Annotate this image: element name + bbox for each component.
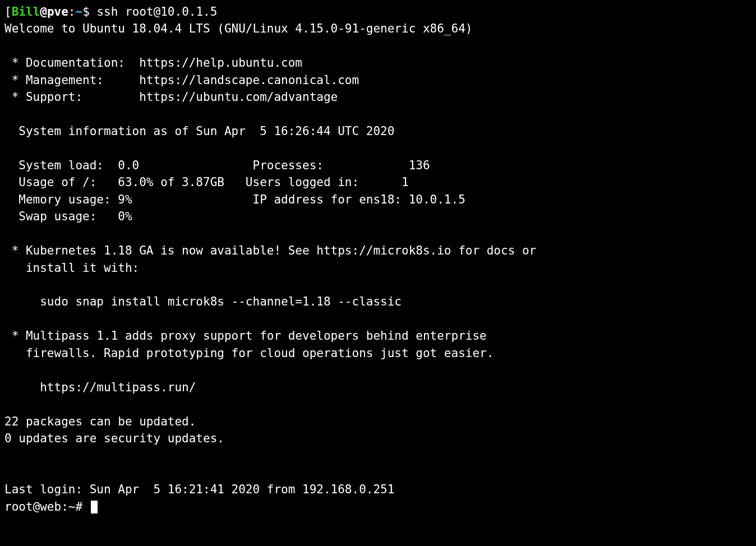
- prompt-at: @: [40, 5, 47, 18]
- motd-multipass-line2: firewalls. Rapid prototyping for cloud o…: [4, 346, 494, 360]
- prompt-colon: :: [68, 5, 76, 18]
- motd-k8s-line2: install it with:: [4, 261, 139, 275]
- ssh-command: ssh root@10.0.1.5: [96, 5, 217, 18]
- motd-welcome: Welcome to Ubuntu 18.04.4 LTS (GNU/Linux…: [4, 22, 472, 35]
- motd-link-management: * Management: https://landscape.canonica…: [4, 73, 359, 87]
- prompt-local: [Bill@pve:~$: [4, 5, 96, 18]
- terminal-output[interactable]: [Bill@pve:~$ ssh root@10.0.1.5 Welcome t…: [0, 0, 756, 515]
- motd-multipass-line1: * Multipass 1.1 adds proxy support for d…: [4, 329, 487, 343]
- updates-packages: 22 packages can be updated.: [4, 415, 196, 428]
- sysinfo-header: System information as of Sun Apr 5 16:26…: [4, 124, 394, 138]
- sysinfo-row-2: Usage of /: 63.0% of 3.87GB Users logged…: [4, 175, 409, 189]
- motd-multipass-url: https://multipass.run/: [4, 381, 196, 394]
- prompt-sigil: $: [82, 5, 96, 18]
- motd-link-support: * Support: https://ubuntu.com/advantage: [4, 90, 338, 104]
- bracket-open: [: [4, 5, 12, 18]
- motd-k8s-install-cmd: sudo snap install microk8s --channel=1.1…: [4, 295, 402, 308]
- prompt-cwd: ~: [75, 5, 82, 18]
- updates-security: 0 updates are security updates.: [4, 432, 224, 445]
- cursor-icon: [91, 501, 98, 513]
- prompt-remote: root@web:~#: [4, 500, 90, 513]
- sysinfo-row-3: Memory usage: 9% IP address for ens18: 1…: [4, 193, 465, 206]
- sysinfo-row-1: System load: 0.0 Processes: 136: [4, 159, 430, 172]
- motd-k8s-line1: * Kubernetes 1.18 GA is now available! S…: [4, 244, 536, 257]
- prompt-user: Bill: [12, 5, 40, 18]
- prompt-host: pve: [47, 5, 68, 18]
- motd-link-doc: * Documentation: https://help.ubuntu.com: [4, 56, 302, 70]
- sysinfo-row-4: Swap usage: 0%: [4, 210, 132, 223]
- last-login: Last login: Sun Apr 5 16:21:41 2020 from…: [4, 483, 394, 496]
